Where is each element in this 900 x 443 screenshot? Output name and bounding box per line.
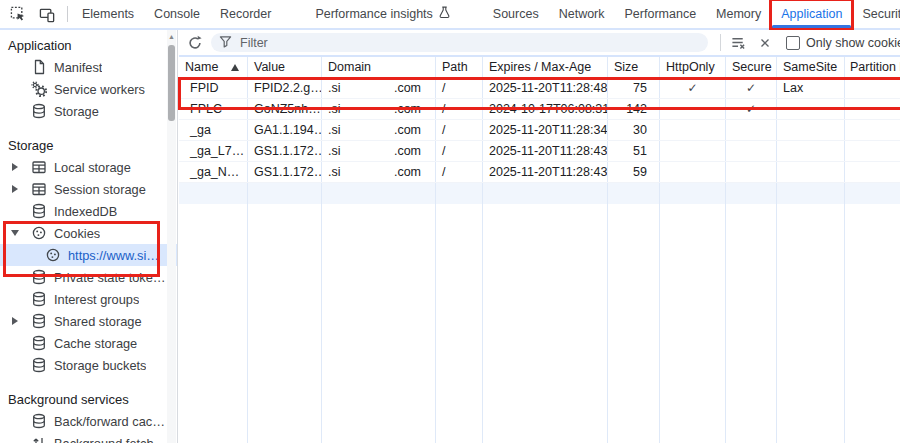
tab-security[interactable]: Security: [852, 0, 900, 28]
column-header-secure[interactable]: Secure: [726, 57, 777, 77]
cell-path: /: [436, 99, 483, 119]
chevron-right-icon[interactable]: [12, 185, 18, 193]
cell-secure-checkmark: ✓: [726, 78, 777, 98]
tab-application[interactable]: Application: [771, 0, 852, 28]
cookie-filter-box[interactable]: [211, 33, 708, 52]
cookie-table: Name Value Domain Path Expires / Max-Age…: [179, 57, 900, 443]
cell-name: _ga: [179, 120, 248, 140]
table-filler: [179, 204, 900, 443]
cell-secure-checkmark: ✓: [726, 99, 777, 119]
filter-input[interactable]: [238, 35, 700, 51]
cell-name: FPLC: [179, 99, 248, 119]
cell-value: GA1.1.194…: [248, 120, 322, 140]
sidebar-scrollbar-thumb[interactable]: [168, 45, 175, 121]
database-icon: [31, 413, 47, 429]
chevron-down-icon[interactable]: [11, 230, 19, 236]
cell-value: GoNZ5nh…: [248, 99, 322, 119]
column-header-partition-key[interactable]: Partition Key: [845, 57, 900, 77]
sidebar-item-service-workers[interactable]: Service workers: [0, 78, 177, 100]
column-header-samesite[interactable]: SameSite: [777, 57, 845, 77]
database-icon: [31, 313, 47, 329]
database-icon: [31, 269, 47, 285]
tab-elements[interactable]: Elements: [72, 0, 144, 28]
cell-partition-key: [845, 120, 900, 140]
cell-samesite: Lax: [777, 78, 845, 98]
sidebar-item-cookies[interactable]: Cookies: [0, 222, 177, 244]
toolbar-divider: [720, 34, 721, 51]
cookie-row-fplc[interactable]: FPLC GoNZ5nh… .si.com / 2024-10-17T06:08…: [179, 99, 900, 120]
sidebar-item-shared-storage[interactable]: Shared storage: [0, 310, 177, 332]
sidebar-item-cache-storage[interactable]: Cache storage: [0, 332, 177, 354]
only-show-cookies-label: Only show cookie: [806, 36, 900, 50]
column-header-path[interactable]: Path: [436, 57, 483, 77]
sidebar-scrollbar[interactable]: ▲: [167, 30, 176, 443]
tab-sources[interactable]: Sources: [483, 0, 549, 28]
cell-path: /: [436, 162, 483, 182]
tab-network[interactable]: Network: [549, 0, 615, 28]
cell-path: /: [436, 78, 483, 98]
inspect-element-icon[interactable]: [9, 5, 27, 23]
cell-secure-checkmark: [726, 141, 777, 161]
sidebar-item-interest-groups[interactable]: Interest groups: [0, 288, 177, 310]
cookie-row-ga-l7[interactable]: _ga_L7… GS1.1.172… .si.com / 2025-11-20T…: [179, 141, 900, 162]
tab-bar-tools: [0, 0, 72, 28]
sidebar-item-storage[interactable]: Storage: [0, 100, 177, 122]
cell-name: _ga_N…: [179, 162, 248, 182]
panel-tabs: Elements Console Recorder Performance in…: [72, 0, 900, 28]
updown-arrows-icon: [31, 435, 47, 443]
sidebar-item-storage-buckets[interactable]: Storage buckets: [0, 354, 177, 376]
cell-path: /: [436, 141, 483, 161]
column-header-expires[interactable]: Expires / Max-Age: [483, 57, 608, 77]
empty-cookie-row[interactable]: [179, 183, 900, 204]
chevron-right-icon[interactable]: [12, 317, 18, 325]
refresh-icon[interactable]: [187, 34, 205, 52]
delete-selected-icon[interactable]: [758, 36, 772, 50]
database-icon: [31, 357, 47, 373]
sidebar-item-session-storage[interactable]: Session storage: [0, 178, 177, 200]
sidebar-item-manifest[interactable]: Manifest: [0, 56, 177, 78]
cell-size: 59: [608, 162, 660, 182]
column-header-size[interactable]: Size: [608, 57, 660, 77]
filter-funnel-icon: [219, 35, 232, 51]
sidebar-item-cookies-origin[interactable]: https://www.si…: [0, 244, 177, 266]
column-header-name[interactable]: Name: [179, 57, 248, 77]
column-header-httponly[interactable]: HttpOnly: [660, 57, 726, 77]
sidebar-item-back-forward-cache[interactable]: Back/forward cac…: [0, 410, 177, 432]
sidebar-item-local-storage[interactable]: Local storage: [0, 156, 177, 178]
device-toolbar-icon[interactable]: [38, 5, 56, 23]
cell-size: 30: [608, 120, 660, 140]
cookie-row-ga[interactable]: _ga GA1.1.194… .si.com / 2025-11-20T11:2…: [179, 120, 900, 141]
cell-domain-redacted: .si.com: [322, 78, 436, 98]
column-header-domain[interactable]: Domain: [322, 57, 436, 77]
tab-recorder[interactable]: Recorder: [210, 0, 281, 28]
section-title-storage: Storage: [0, 136, 177, 156]
cell-partition-key: [845, 141, 900, 161]
tab-memory[interactable]: Memory: [706, 0, 771, 28]
cell-samesite: [777, 99, 845, 119]
tab-performance[interactable]: Performance: [615, 0, 707, 28]
cell-domain-redacted: .si.com: [322, 120, 436, 140]
cell-path: /: [436, 120, 483, 140]
application-sidebar: Application Manifest Service workers Sto…: [0, 30, 178, 443]
cell-httponly-checkmark: [660, 99, 726, 119]
cell-secure-checkmark: [726, 120, 777, 140]
cell-httponly-checkmark: [660, 162, 726, 182]
sidebar-item-background-fetch[interactable]: Background fetch: [0, 432, 177, 443]
clear-all-cookies-icon[interactable]: [731, 35, 746, 50]
column-header-value[interactable]: Value: [248, 57, 322, 77]
only-show-cookies-checkbox[interactable]: [786, 36, 800, 50]
cell-partition-key: [845, 162, 900, 182]
section-title-application: Application: [0, 36, 177, 56]
tab-console[interactable]: Console: [144, 0, 210, 28]
tab-performance-insights[interactable]: Performance insights: [305, 0, 460, 28]
sidebar-item-private-state-tokens[interactable]: Private state toke…: [0, 266, 177, 288]
cookie-row-fpid[interactable]: FPID FPID2.2.g… .si.com / 2025-11-20T11:…: [179, 78, 900, 99]
cell-name: _ga_L7…: [179, 141, 248, 161]
devtools-tab-bar: Elements Console Recorder Performance in…: [0, 0, 900, 30]
cookie-row-ga-n[interactable]: _ga_N… GS1.1.172… .si.com / 2025-11-20T1…: [179, 162, 900, 183]
sidebar-item-indexeddb[interactable]: IndexedDB: [0, 200, 177, 222]
cell-samesite: [777, 141, 845, 161]
chevron-right-icon[interactable]: [12, 163, 18, 171]
scrollbar-up-arrow-icon[interactable]: ▲: [167, 32, 176, 41]
cell-domain-redacted: .si.com: [322, 162, 436, 182]
